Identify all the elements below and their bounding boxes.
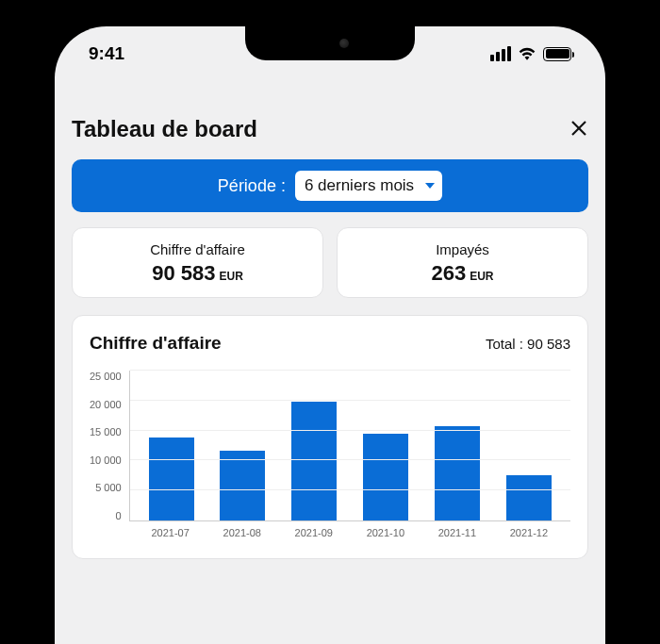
chart-x-axis: 2021-072021-082021-092021-102021-112021-… (129, 527, 570, 538)
chart-bar[interactable] (291, 402, 337, 520)
chart-bar[interactable] (506, 475, 552, 520)
chart-title: Chiffre d'affaire (90, 333, 222, 354)
chart-bar[interactable] (220, 451, 265, 520)
notch (245, 26, 415, 60)
kpi-label: Impayés (347, 241, 578, 257)
volume-mute-button (28, 170, 34, 207)
kpi-card-revenue[interactable]: Chiffre d'affaire 90 583 EUR (72, 227, 323, 298)
kpi-unit: EUR (470, 270, 493, 283)
chart-total-label: Total : (486, 336, 523, 352)
chart-total: Total : 90 583 (486, 336, 570, 352)
camera-icon (339, 39, 349, 48)
period-bar: Période : 6 derniers mois (72, 159, 588, 212)
chart-plot-area (129, 371, 570, 521)
battery-icon (543, 47, 571, 61)
y-tick-label: 20 000 (90, 399, 122, 410)
period-label: Période : (218, 176, 286, 196)
chart-bars (130, 371, 570, 520)
volume-up-button (28, 236, 34, 302)
y-tick-label: 10 000 (90, 454, 122, 466)
chart-header: Chiffre d'affaire Total : 90 583 (90, 333, 570, 354)
y-tick-label: 5 000 (95, 482, 122, 493)
wifi-icon (518, 46, 536, 61)
cellular-signal-icon (490, 46, 511, 61)
period-select[interactable]: 6 derniers mois (295, 171, 442, 201)
x-tick-label: 2021-11 (435, 527, 480, 538)
header-row: Tableau de board (72, 116, 588, 142)
chart-bar[interactable] (363, 434, 408, 520)
chart-bar[interactable] (149, 438, 194, 520)
kpi-value: 263 (431, 261, 466, 286)
x-tick-label: 2021-09 (291, 527, 337, 538)
close-icon (569, 119, 588, 138)
status-right (490, 46, 571, 61)
volume-down-button (28, 321, 34, 387)
gridline (130, 400, 570, 401)
kpi-unit: EUR (219, 270, 242, 283)
y-tick-label: 25 000 (90, 371, 122, 382)
chart-card: Chiffre d'affaire Total : 90 583 25 0002… (72, 315, 588, 559)
chart-total-value: 90 583 (527, 336, 570, 352)
close-button[interactable] (569, 117, 588, 141)
y-tick-label: 15 000 (90, 426, 122, 438)
phone-frame: 9:41 Tableau de board (38, 9, 622, 644)
phone-screen: 9:41 Tableau de board (55, 26, 605, 644)
power-button (626, 245, 632, 349)
chart-body: 25 00020 00015 00010 0005 0000 2021-0720… (90, 371, 570, 545)
x-tick-label: 2021-08 (220, 527, 265, 538)
x-tick-label: 2021-10 (363, 527, 408, 538)
gridline (130, 430, 570, 431)
period-selected-value: 6 derniers mois (305, 176, 414, 195)
kpi-label: Chiffre d'affaire (82, 241, 313, 257)
gridline (130, 370, 570, 371)
status-time: 9:41 (89, 43, 124, 64)
gridline (130, 459, 570, 460)
content: Tableau de board Période : 6 derniers mo… (55, 116, 605, 559)
x-tick-label: 2021-12 (506, 527, 552, 538)
kpi-row: Chiffre d'affaire 90 583 EUR Impayés 263… (72, 227, 588, 298)
chart-bar[interactable] (435, 426, 480, 520)
page-title: Tableau de board (72, 116, 257, 142)
x-tick-label: 2021-07 (148, 527, 193, 538)
chart-y-axis: 25 00020 00015 00010 0005 0000 (90, 371, 129, 521)
chart-plot-wrap: 2021-072021-082021-092021-102021-112021-… (129, 371, 570, 545)
chevron-down-icon (425, 183, 435, 189)
y-tick-label: 0 (116, 510, 122, 521)
kpi-card-unpaid[interactable]: Impayés 263 EUR (337, 227, 588, 298)
kpi-value: 90 583 (152, 261, 215, 286)
gridline (130, 489, 570, 490)
